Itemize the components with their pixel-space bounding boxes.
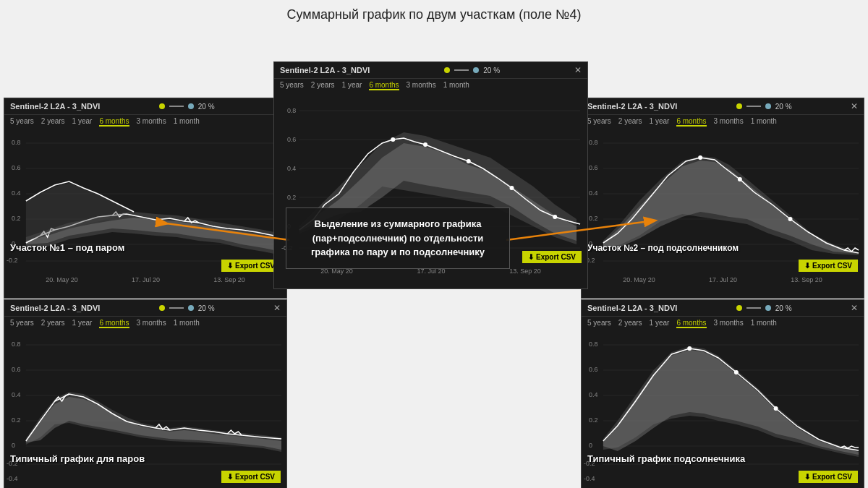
legend: 20 % (444, 67, 500, 74)
svg-text:0.6: 0.6 (287, 136, 296, 143)
export-csv-tl[interactable]: ⬇ Export CSV (221, 260, 281, 272)
time-2years[interactable]: 2 years (311, 81, 335, 90)
panel-header: Sentinel-2 L2A - 3_NDVI 20 % ✕ (274, 62, 587, 79)
svg-text:0.6: 0.6 (589, 164, 597, 171)
svg-point-21 (509, 186, 514, 190)
x-label-2-tl: 17. Jul 20 (132, 276, 160, 283)
time-3m-br[interactable]: 3 months (714, 319, 744, 328)
time-1y-br[interactable]: 1 year (650, 319, 670, 328)
svg-point-18 (391, 137, 395, 142)
legend-dot-blue-tl (188, 103, 194, 109)
legend-line-br (746, 307, 761, 309)
time-3m-bl[interactable]: 3 months (137, 319, 166, 328)
time-6months[interactable]: 6 months (369, 81, 399, 90)
panel-header-tr: Sentinel-2 L2A - 3_NDVI 20 % ✕ (582, 98, 864, 115)
time-2y-tl[interactable]: 2 years (41, 117, 65, 127)
time-1m-tl[interactable]: 1 month (174, 117, 200, 127)
svg-point-20 (467, 159, 471, 163)
panel-bottom-right: Sentinel-2 L2A - 3_NDVI 20 % ✕ 5 years 2… (581, 299, 864, 488)
time-3m-tl[interactable]: 3 months (137, 117, 166, 127)
x-label-1-tr: 20. May 20 (623, 276, 655, 283)
time-1year[interactable]: 1 year (342, 81, 362, 90)
svg-text:0.4: 0.4 (12, 391, 20, 398)
svg-text:0.8: 0.8 (12, 139, 20, 146)
time-nav-tl: 5 years 2 years 1 year 6 months 3 months… (4, 115, 286, 129)
export-csv-bl[interactable]: ⬇ Export CSV (221, 471, 281, 483)
svg-text:0.8: 0.8 (589, 139, 597, 146)
chart-area-br: 0.8 0.6 0.4 0.2 0 -0.2 -0.4 (582, 330, 864, 486)
chart-area-tr: 0.8 0.6 0.4 0.2 0 -0.2 (582, 129, 864, 275)
legend-dot-blue-tr (765, 103, 771, 109)
close-button[interactable]: ✕ (574, 65, 582, 75)
time-2y-br[interactable]: 2 years (618, 319, 642, 328)
time-5years[interactable]: 5 years (280, 81, 304, 90)
legend-dot-blue-br (765, 305, 771, 311)
time-1m-bl[interactable]: 1 month (174, 319, 200, 328)
svg-text:0.2: 0.2 (12, 215, 20, 222)
time-3m-tr[interactable]: 3 months (714, 117, 744, 127)
panel-title-tl: Sentinel-2 L2A - 3_NDVI (10, 102, 100, 111)
svg-point-54 (788, 217, 793, 221)
panel-header-br: Sentinel-2 L2A - 3_NDVI 20 % ✕ (582, 300, 864, 317)
chart-label-br: Типичный график подсолнечника (587, 453, 745, 464)
svg-text:0.6: 0.6 (12, 366, 20, 373)
export-csv-tr[interactable]: ⬇ Export CSV (799, 260, 858, 272)
x-axis-labels-tl: 20. May 20 17. Jul 20 13. Sep 20 (4, 275, 286, 285)
close-button-br[interactable]: ✕ (851, 303, 858, 313)
svg-text:0.8: 0.8 (589, 341, 597, 348)
svg-point-85 (687, 346, 692, 351)
time-1y-tr[interactable]: 1 year (650, 117, 670, 127)
legend-br: 20 % (736, 304, 792, 312)
time-1month[interactable]: 1 month (443, 81, 469, 90)
legend-line-tr (746, 106, 761, 107)
time-6m-bl[interactable]: 6 months (99, 319, 129, 328)
svg-marker-84 (603, 350, 859, 455)
time-6m-br[interactable]: 6 months (676, 319, 706, 328)
export-csv-button[interactable]: ⬇ Export CSV (522, 251, 582, 263)
x-label-3: 13. Sep 20 (509, 267, 541, 275)
legend-dot-blue (473, 67, 479, 73)
legend-tl: 20 % (159, 103, 215, 111)
chart-label-tl: Участок №1 – под паром (10, 242, 124, 253)
time-5y-tl[interactable]: 5 years (10, 117, 34, 127)
svg-text:0.4: 0.4 (287, 165, 296, 172)
time-nav-tr: 5 years 2 years 1 year 6 months 3 months… (582, 115, 864, 129)
x-label-3-tr: 13. Sep 20 (791, 276, 822, 283)
legend-tr: 20 % (736, 103, 792, 111)
time-5y-tr[interactable]: 5 years (587, 117, 611, 127)
svg-point-86 (734, 370, 739, 374)
panel-title-br: Sentinel-2 L2A - 3_NDVI (587, 304, 677, 312)
time-5y-br[interactable]: 5 years (587, 319, 611, 328)
time-1m-tr[interactable]: 1 month (751, 117, 777, 127)
time-6m-tr[interactable]: 6 months (676, 117, 706, 127)
close-button-tr[interactable]: ✕ (851, 101, 858, 111)
time-1y-bl[interactable]: 1 year (72, 319, 93, 328)
annotation-box: Выделение из суммарного графика(пар+подс… (286, 207, 510, 269)
svg-text:0.2: 0.2 (589, 416, 597, 424)
panel-title-tr: Sentinel-2 L2A - 3_NDVI (587, 102, 677, 111)
legend-percent: 20 % (483, 67, 500, 74)
legend-dot-blue-bl (188, 305, 194, 311)
annotation-text: Выделение из суммарного графика(пар+подс… (311, 218, 485, 257)
time-2y-bl[interactable]: 2 years (41, 319, 65, 328)
svg-text:0.2: 0.2 (589, 215, 597, 222)
chart-label-bl: Типичный график для паров (10, 453, 145, 464)
time-3months[interactable]: 3 months (407, 81, 436, 90)
chart-label-tr: Участок №2 – под подсолнечником (587, 243, 739, 253)
x-label-1: 20. May 20 (320, 267, 353, 275)
svg-text:0.2: 0.2 (287, 194, 296, 201)
legend-line (454, 69, 469, 71)
chart-area-bl: 0.8 0.6 0.4 0.2 0 -0.2 -0.4 (4, 330, 286, 486)
time-5y-bl[interactable]: 5 years (10, 319, 34, 328)
svg-text:-0.2: -0.2 (7, 257, 17, 264)
svg-text:0.4: 0.4 (589, 391, 597, 398)
svg-point-87 (774, 406, 778, 411)
time-1m-br[interactable]: 1 month (751, 319, 777, 328)
close-button-bl[interactable]: ✕ (273, 303, 281, 313)
legend-dot-yellow-tl (159, 103, 165, 109)
legend-dot-yellow (444, 67, 450, 73)
time-2y-tr[interactable]: 2 years (618, 117, 642, 127)
export-csv-br[interactable]: ⬇ Export CSV (799, 471, 858, 483)
time-6m-tl[interactable]: 6 months (99, 117, 129, 127)
time-1y-tl[interactable]: 1 year (72, 117, 93, 127)
